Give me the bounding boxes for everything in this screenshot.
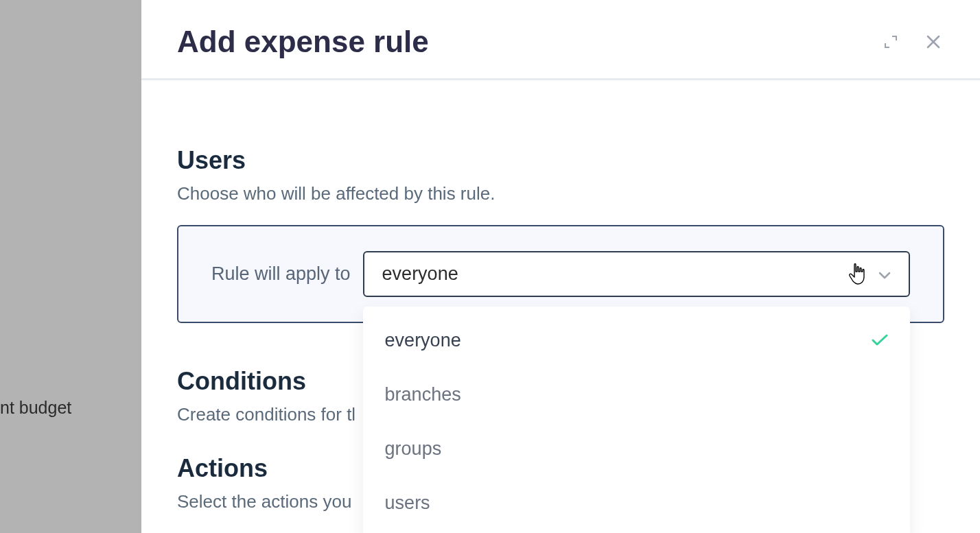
users-subtext: Choose who will be affected by this rule…	[177, 183, 944, 204]
rule-apply-selected-value: everyone	[382, 263, 458, 285]
rule-apply-select-wrap: everyone everyone	[363, 251, 910, 297]
rule-apply-dropdown: everyone branches groups	[363, 307, 910, 533]
add-expense-rule-modal: Add expense rule Users Choose who will b…	[141, 0, 980, 533]
modal-body: Users Choose who will be affected by thi…	[141, 80, 980, 512]
header-controls	[880, 31, 944, 53]
rule-apply-label: Rule will apply to	[211, 263, 351, 285]
dropdown-option-label: branches	[385, 384, 461, 405]
chevron-down-icon	[878, 265, 891, 283]
users-heading: Users	[177, 146, 944, 175]
dropdown-option-users[interactable]: users	[363, 476, 910, 530]
dropdown-option-groups[interactable]: groups	[363, 422, 910, 476]
dropdown-option-label: groups	[385, 438, 442, 460]
dropdown-option-branches[interactable]: branches	[363, 368, 910, 422]
sidebar-fragment: nt budget	[0, 0, 140, 533]
dropdown-option-label: users	[385, 493, 430, 514]
expand-icon[interactable]	[880, 31, 902, 53]
dropdown-option-everyone[interactable]: everyone	[363, 313, 910, 368]
modal-title: Add expense rule	[177, 25, 429, 59]
dropdown-option-label: everyone	[385, 330, 461, 351]
close-icon[interactable]	[922, 31, 944, 53]
sidebar-item-label[interactable]: nt budget	[0, 398, 71, 417]
check-icon	[872, 330, 888, 351]
rule-apply-select[interactable]: everyone	[363, 251, 910, 297]
modal-header: Add expense rule	[141, 0, 980, 80]
users-section: Users Choose who will be affected by thi…	[177, 146, 944, 323]
rule-apply-box: Rule will apply to everyone everyone	[177, 225, 944, 323]
